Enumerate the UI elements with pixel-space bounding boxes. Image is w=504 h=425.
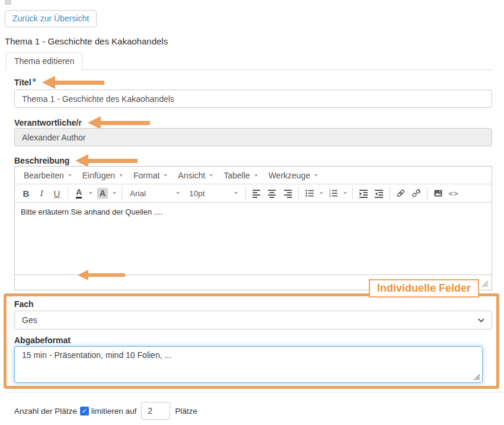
background-color-icon: A bbox=[97, 188, 108, 199]
numbered-list-icon: 123 bbox=[328, 188, 338, 198]
menu-werkzeuge[interactable]: Werkzeuge bbox=[263, 167, 324, 184]
align-left-button[interactable] bbox=[249, 186, 264, 201]
chevron-down-icon bbox=[68, 174, 72, 177]
description-label-row: Beschreibung bbox=[14, 154, 138, 167]
format-textarea-value: 15 min - Präsentation, mind 10 Folien, .… bbox=[22, 350, 171, 360]
editor-menubar: Bearbeiten Einfügen Format Ansicht Tabel… bbox=[15, 167, 492, 184]
individual-fields-badge: Individuelle Felder bbox=[369, 279, 479, 298]
editor-toolbar: B I U A A Arial 10pt bbox=[15, 184, 492, 203]
bullet-list-dropdown[interactable] bbox=[317, 186, 326, 201]
menu-ansicht-label: Ansicht bbox=[178, 171, 205, 180]
responsible-input bbox=[14, 128, 492, 146]
places-suffix-label: Plätze bbox=[175, 407, 197, 416]
menu-bearbeiten[interactable]: Bearbeiten bbox=[18, 167, 77, 184]
svg-text:3: 3 bbox=[329, 194, 331, 198]
chevron-down-icon bbox=[89, 192, 92, 194]
bullet-list-button[interactable] bbox=[302, 186, 317, 201]
chevron-down-icon bbox=[119, 174, 123, 177]
font-size-select[interactable]: 10pt bbox=[184, 186, 243, 201]
checkmark-icon: ✓ bbox=[82, 408, 87, 414]
toolbar-separator bbox=[122, 187, 122, 200]
indent-icon bbox=[359, 188, 368, 198]
toolbar-separator bbox=[68, 187, 68, 200]
align-center-icon bbox=[267, 188, 277, 198]
chevron-down-icon bbox=[320, 192, 323, 194]
page-edge-artifact bbox=[5, 0, 11, 5]
limit-checkbox-label: limitieren auf bbox=[91, 407, 137, 416]
text-color-dropdown[interactable] bbox=[87, 186, 95, 201]
menu-einfuegen-label: Einfügen bbox=[82, 171, 115, 180]
editor-content-text: Bitte erläutern Sie anhand der Quellen .… bbox=[21, 207, 162, 216]
menu-ansicht[interactable]: Ansicht bbox=[173, 167, 218, 184]
limit-checkbox[interactable]: ✓ bbox=[80, 407, 89, 416]
menu-werkzeuge-label: Werkzeuge bbox=[269, 171, 311, 180]
required-asterisk: * bbox=[33, 77, 36, 88]
back-to-overview-button[interactable]: Zurück zur Übersicht bbox=[5, 10, 97, 27]
subject-select[interactable]: Ges bbox=[14, 311, 492, 330]
responsible-label: Verantwortliche/r bbox=[14, 118, 82, 127]
underline-button[interactable]: U bbox=[49, 186, 65, 201]
menu-tabelle[interactable]: Tabelle bbox=[218, 167, 263, 184]
subject-label: Fach bbox=[14, 299, 34, 309]
menu-bearbeiten-label: Bearbeiten bbox=[24, 171, 64, 180]
insert-link-button[interactable] bbox=[393, 186, 409, 201]
places-count-input[interactable] bbox=[141, 402, 170, 420]
toolbar-separator bbox=[352, 187, 353, 200]
page-title: Thema 1 - Geschichte des Kakaohandels bbox=[5, 36, 168, 46]
menu-format-label: Format bbox=[133, 171, 160, 180]
unlink-icon bbox=[412, 188, 421, 198]
background-color-button[interactable]: A bbox=[95, 186, 110, 201]
subject-label-row: Fach bbox=[14, 299, 34, 309]
resize-grip-icon[interactable] bbox=[481, 280, 489, 287]
format-label-row: Abgabeformat bbox=[14, 335, 71, 345]
chevron-down-icon bbox=[234, 192, 238, 194]
format-textarea[interactable]: 15 min - Präsentation, mind 10 Folien, .… bbox=[14, 346, 483, 383]
indent-button[interactable] bbox=[356, 186, 371, 201]
font-family-select[interactable]: Arial bbox=[125, 186, 184, 201]
annotation-arrow-description bbox=[75, 154, 138, 167]
align-left-icon bbox=[252, 188, 261, 198]
tab-bar: Thema editieren bbox=[5, 53, 493, 70]
resize-grip-icon[interactable] bbox=[473, 373, 480, 381]
chevron-down-icon bbox=[176, 192, 180, 194]
chevron-down-icon bbox=[478, 318, 484, 322]
annotation-arrow-responsible bbox=[88, 116, 150, 129]
chevron-down-icon bbox=[209, 174, 213, 177]
font-size-value: 10pt bbox=[189, 189, 205, 198]
description-richtext-editor: Bearbeiten Einfügen Format Ansicht Tabel… bbox=[14, 166, 492, 290]
numbered-list-button[interactable]: 123 bbox=[326, 186, 341, 201]
numbered-list-dropdown[interactable] bbox=[341, 186, 349, 201]
text-color-icon: A bbox=[76, 188, 82, 199]
title-input[interactable] bbox=[14, 90, 492, 108]
annotation-arrow-title bbox=[42, 76, 104, 89]
bold-button[interactable]: B bbox=[18, 186, 34, 201]
chevron-down-icon bbox=[343, 192, 347, 194]
outdent-icon bbox=[374, 188, 384, 198]
places-row: Anzahl der Plätze ✓ limitieren auf Plätz… bbox=[14, 402, 197, 420]
insert-image-button[interactable] bbox=[430, 186, 446, 201]
toolbar-separator bbox=[427, 187, 428, 200]
menu-tabelle-label: Tabelle bbox=[224, 171, 250, 180]
annotation-arrow-editor bbox=[78, 270, 125, 280]
text-color-button[interactable]: A bbox=[71, 186, 87, 201]
source-code-button[interactable]: <> bbox=[446, 186, 461, 201]
bullet-list-icon bbox=[305, 188, 314, 198]
chevron-down-icon bbox=[314, 174, 318, 177]
italic-button[interactable]: I bbox=[34, 186, 49, 201]
background-color-dropdown[interactable] bbox=[110, 186, 119, 201]
image-icon bbox=[433, 188, 443, 198]
title-label-row: Titel * bbox=[14, 76, 104, 89]
thema-edit-page: Zurück zur Übersicht Thema 1 - Geschicht… bbox=[0, 0, 504, 425]
menu-format[interactable]: Format bbox=[128, 167, 173, 184]
align-center-button[interactable] bbox=[264, 186, 280, 201]
outdent-button[interactable] bbox=[371, 186, 387, 201]
align-right-button[interactable] bbox=[280, 186, 295, 201]
align-right-icon bbox=[283, 188, 292, 198]
chevron-down-icon bbox=[113, 192, 116, 194]
places-label: Anzahl der Plätze bbox=[14, 407, 77, 416]
remove-link-button[interactable] bbox=[409, 186, 424, 201]
editor-content-area[interactable]: Bitte erläutern Sie anhand der Quellen .… bbox=[15, 203, 492, 274]
tab-thema-editieren[interactable]: Thema editieren bbox=[6, 52, 82, 70]
link-icon bbox=[396, 188, 406, 198]
menu-einfuegen[interactable]: Einfügen bbox=[77, 167, 128, 184]
